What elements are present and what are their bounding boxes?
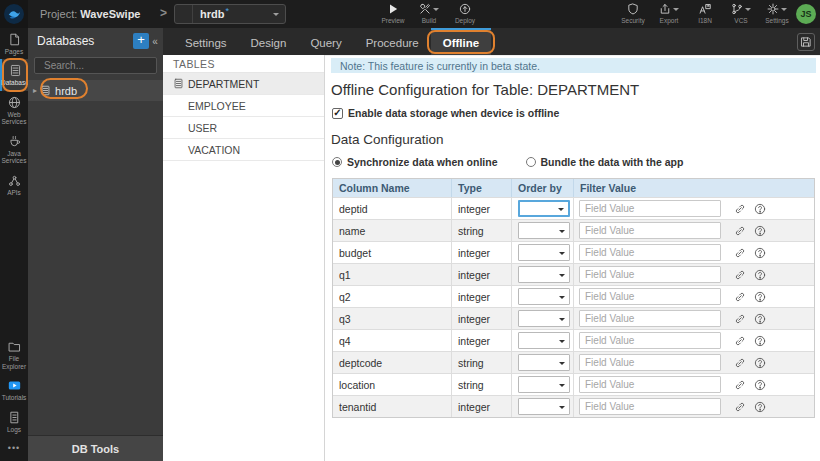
sidebar-item-file-explorer[interactable]: File Explorer: [0, 335, 28, 374]
link-icon[interactable]: [734, 335, 746, 347]
order-by-select[interactable]: [518, 310, 570, 327]
sidebar-item-pages[interactable]: Pages: [0, 28, 28, 59]
enable-offline-storage-option[interactable]: ✓ Enable data storage when device is off…: [332, 107, 820, 119]
chevron-down-icon: [559, 340, 565, 346]
add-database-button[interactable]: +: [133, 33, 149, 49]
filter-value-input[interactable]: [579, 376, 721, 393]
filter-value-input[interactable]: [579, 200, 721, 217]
db-tools-button[interactable]: DB Tools: [28, 435, 163, 461]
preview-button[interactable]: Preview: [378, 2, 408, 24]
help-icon[interactable]: [754, 379, 766, 391]
build-button[interactable]: Build: [414, 2, 444, 24]
tables-list-panel: TABLES DEPARTMENTEMPLOYEEUSERVACATION: [163, 55, 325, 461]
filter-value-input[interactable]: [579, 332, 721, 349]
filter-value-input[interactable]: [579, 222, 721, 239]
order-by-select[interactable]: [518, 222, 570, 239]
tab-settings[interactable]: Settings: [173, 28, 239, 55]
security-label: Security: [621, 17, 644, 24]
table-item-department[interactable]: DEPARTMENT: [163, 73, 324, 95]
vcs-button[interactable]: VCS: [726, 2, 756, 24]
order-by-select[interactable]: [518, 266, 570, 283]
order-by-select[interactable]: [518, 332, 570, 349]
order-by-select[interactable]: [518, 398, 570, 415]
order-by-select[interactable]: [518, 244, 570, 261]
checkbox-checked-icon[interactable]: ✓: [332, 108, 343, 119]
link-icon[interactable]: [734, 247, 746, 259]
database-icon: [9, 64, 22, 77]
help-icon[interactable]: [754, 335, 766, 347]
sync-option-label: Synchronize data when online: [347, 156, 498, 168]
database-icon: [175, 5, 193, 23]
link-icon[interactable]: [734, 357, 746, 369]
data-configuration-heading: Data Configuration: [331, 132, 820, 147]
table-item-user[interactable]: USER: [163, 117, 324, 139]
filter-value-cell: [574, 330, 814, 351]
deploy-button[interactable]: Deploy: [450, 2, 480, 24]
sidebar-item-databases[interactable]: Databases: [0, 59, 28, 90]
tab-query[interactable]: Query: [298, 28, 353, 55]
order-by-cell: [512, 198, 574, 219]
databases-panel-header: Databases + «: [28, 28, 163, 54]
export-button[interactable]: Export: [654, 2, 684, 24]
sidebar-overflow-button[interactable]: •••: [0, 437, 28, 461]
help-icon[interactable]: [754, 247, 766, 259]
help-icon[interactable]: [754, 291, 766, 303]
radio-selected-icon[interactable]: [332, 157, 342, 167]
link-icon[interactable]: [734, 225, 746, 237]
tab-design[interactable]: Design: [239, 28, 299, 55]
table-item-employee[interactable]: EMPLOYEE: [163, 95, 324, 117]
database-search-input[interactable]: [44, 60, 151, 71]
order-by-select[interactable]: [518, 376, 570, 393]
table-item-label: VACATION: [188, 144, 240, 156]
sidebar-item-tutorials[interactable]: Tutorials: [0, 374, 28, 405]
link-icon[interactable]: [734, 269, 746, 281]
link-icon[interactable]: [734, 313, 746, 325]
filter-value-input[interactable]: [579, 398, 721, 415]
radio-unselected-icon[interactable]: [526, 157, 536, 167]
help-icon[interactable]: [754, 357, 766, 369]
breadcrumb-chevron-icon: >: [160, 6, 167, 20]
security-button[interactable]: Security: [618, 2, 648, 24]
help-icon[interactable]: [754, 269, 766, 281]
sidebar-item-java-services[interactable]: Java Services: [0, 130, 28, 169]
database-selector-dropdown[interactable]: hrdb *: [174, 4, 286, 24]
link-icon[interactable]: [734, 203, 746, 215]
filter-value-input[interactable]: [579, 310, 721, 327]
sync-option-1[interactable]: Bundle the data with the app: [526, 156, 684, 168]
link-icon[interactable]: [734, 291, 746, 303]
help-icon[interactable]: [754, 401, 766, 413]
settings-button[interactable]: Settings: [762, 2, 792, 24]
user-avatar[interactable]: JS: [796, 4, 816, 24]
deploy-icon: [459, 3, 471, 15]
filter-value-input[interactable]: [579, 244, 721, 261]
sidebar-item-web-services[interactable]: Web Services: [0, 91, 28, 130]
link-icon[interactable]: [734, 401, 746, 413]
link-icon[interactable]: [734, 379, 746, 391]
collapse-panel-button[interactable]: «: [149, 36, 161, 47]
database-item-hrdb[interactable]: ▸hrdb: [28, 80, 163, 101]
table-item-vacation[interactable]: VACATION: [163, 139, 324, 161]
chevron-down-icon: [781, 8, 787, 14]
sidebar-item-apis[interactable]: APIs: [0, 169, 28, 200]
tables-list: DEPARTMENTEMPLOYEEUSERVACATION: [163, 73, 324, 161]
order-by-select[interactable]: [518, 200, 570, 217]
sidebar-item-logs[interactable]: Logs: [0, 406, 28, 437]
tab-procedure[interactable]: Procedure: [354, 28, 431, 55]
filter-value-input[interactable]: [579, 266, 721, 283]
filter-value-input[interactable]: [579, 288, 721, 305]
help-icon[interactable]: [754, 313, 766, 325]
wavemaker-logo[interactable]: [0, 0, 28, 28]
column-type-cell: integer: [452, 308, 512, 329]
order-by-cell: [512, 286, 574, 307]
help-icon[interactable]: [754, 225, 766, 237]
save-button[interactable]: [797, 33, 815, 51]
tree-expander-icon[interactable]: ▸: [33, 86, 37, 95]
help-icon[interactable]: [754, 203, 766, 215]
order-by-select[interactable]: [518, 354, 570, 371]
filter-value-input[interactable]: [579, 354, 721, 371]
i18n-button[interactable]: I18N: [690, 2, 720, 24]
tab-offline[interactable]: Offline: [431, 28, 491, 55]
order-by-select[interactable]: [518, 288, 570, 305]
order-by-cell: [512, 352, 574, 373]
sync-option-0[interactable]: Synchronize data when online: [332, 156, 498, 168]
